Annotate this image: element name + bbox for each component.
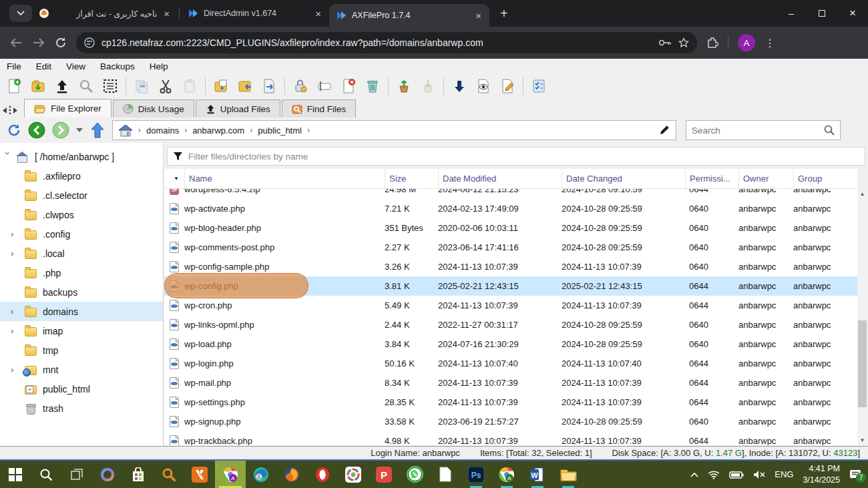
- tree-item[interactable]: › .clwpos: [0, 205, 163, 224]
- scroll-down-icon[interactable]: ▼: [857, 435, 867, 445]
- scroll-up-icon[interactable]: ▲: [857, 189, 867, 199]
- select-all-icon[interactable]: [100, 76, 120, 96]
- tree-item[interactable]: › .cl.selector: [0, 186, 163, 205]
- copilot-icon[interactable]: [92, 461, 123, 488]
- photos-icon[interactable]: [338, 461, 369, 488]
- browser-tab-axfilepro[interactable]: AXFilePro 1.7.4 ×: [329, 4, 489, 27]
- column-permissions[interactable]: Permissi...: [685, 169, 738, 188]
- tree-item[interactable]: › tmp: [0, 340, 163, 360]
- file-row[interactable]: wordpress-6.5.4.zip 24.98 M 2024-06-12 2…: [164, 189, 857, 199]
- file-row[interactable]: wp-links-opml.php 2.44 K 2022-11-27 00:3…: [164, 315, 857, 334]
- file-row[interactable]: wp-load.php 3.84 K 2024-07-16 21:30:29 2…: [164, 334, 857, 354]
- tab-find-files[interactable]: Find Files: [282, 99, 357, 117]
- tree-item[interactable]: › [ /home/anbarwpc ]: [0, 147, 163, 166]
- column-date-modified[interactable]: Date Modified: [438, 169, 562, 188]
- store-icon[interactable]: [123, 461, 154, 488]
- cut-icon[interactable]: [156, 76, 176, 96]
- minimize-button[interactable]: –: [776, 8, 807, 19]
- browser-tab-netafraz[interactable]: ناحیه کاربری - نت افراز ×: [32, 2, 178, 25]
- tab-file-explorer[interactable]: File Explorer: [24, 99, 112, 117]
- file-row[interactable]: wp-blog-header.php 351 Bytes 2020-02-06 …: [164, 218, 857, 238]
- back-icon[interactable]: [9, 37, 23, 48]
- file-row[interactable]: wp-cron.php 5.49 K 2024-11-13 10:07:39 2…: [164, 296, 857, 315]
- new-tab-button[interactable]: +: [500, 6, 508, 21]
- file-name[interactable]: wp-trackback.php: [184, 436, 385, 445]
- file-name[interactable]: wp-comments-post.php: [184, 242, 385, 252]
- file-row[interactable]: wp-mail.php 8.34 K 2024-11-13 10:07:39 2…: [164, 373, 857, 393]
- compress-icon[interactable]: [418, 76, 438, 96]
- move-file-icon[interactable]: [259, 76, 279, 96]
- crumb-domain-name[interactable]: anbarwp.com: [192, 126, 244, 136]
- tab-close-icon[interactable]: ×: [162, 8, 171, 19]
- extract-icon[interactable]: [394, 76, 414, 96]
- edit-path-icon[interactable]: [658, 124, 670, 136]
- tab-scroller[interactable]: [3, 105, 17, 115]
- word-icon[interactable]: W: [522, 461, 553, 488]
- preview-icon[interactable]: [473, 76, 493, 96]
- start-button[interactable]: [0, 461, 31, 488]
- tab-search-button[interactable]: [9, 5, 32, 22]
- tree-item[interactable]: › mnt: [0, 360, 163, 379]
- url-bar[interactable]: cp126.netafraz.com:2223/CMD_PLUGINS/axfi…: [76, 32, 697, 53]
- expand-chevron-icon[interactable]: ›: [3, 152, 13, 162]
- file-name[interactable]: wp-settings.php: [184, 397, 385, 407]
- language-indicator[interactable]: ENG: [775, 469, 793, 479]
- tree-item[interactable]: › imap: [0, 321, 163, 340]
- notepad-icon[interactable]: [430, 461, 461, 488]
- whatsapp-icon[interactable]: [399, 461, 430, 488]
- taskbar-clock[interactable]: 4:41 PM 3/14/2025: [803, 463, 840, 486]
- maximize-button[interactable]: [807, 8, 837, 19]
- tab-upload-files[interactable]: Upload Files: [196, 99, 280, 117]
- copy-to-folder-icon[interactable]: [211, 76, 231, 96]
- rename-icon[interactable]: [314, 76, 335, 96]
- upload-icon[interactable]: [52, 76, 72, 96]
- tree-item[interactable]: › .axfilepro: [0, 166, 163, 186]
- forward-icon[interactable]: [32, 37, 45, 48]
- file-name[interactable]: wp-load.php: [184, 339, 385, 349]
- tree-item[interactable]: › domains: [0, 302, 163, 321]
- tree-item[interactable]: › .local: [0, 244, 163, 263]
- tree-item[interactable]: › public_html: [0, 379, 163, 399]
- edit-icon[interactable]: [497, 76, 517, 96]
- search-input[interactable]: Search: [686, 120, 841, 140]
- expand-chevron-icon[interactable]: ›: [11, 326, 20, 336]
- delete-icon[interactable]: [339, 76, 359, 96]
- permissions-icon[interactable]: [290, 76, 310, 96]
- file-row[interactable]: wp-trackback.php 4.98 K 2024-11-13 10:07…: [164, 431, 857, 445]
- column-size[interactable]: Size: [385, 169, 438, 188]
- password-key-icon[interactable]: [658, 39, 672, 47]
- task-view-icon[interactable]: [61, 461, 92, 488]
- expand-chevron-icon[interactable]: ›: [11, 229, 20, 239]
- taskbar-search-icon[interactable]: [31, 461, 61, 488]
- new-file-icon[interactable]: [4, 76, 24, 96]
- fetch-file-icon[interactable]: [28, 76, 48, 96]
- copy-icon[interactable]: [132, 76, 152, 96]
- firefox-icon[interactable]: [276, 461, 307, 488]
- web-search-icon[interactable]: [154, 461, 184, 488]
- expand-chevron-icon[interactable]: ›: [11, 248, 20, 258]
- file-name[interactable]: wp-links-opml.php: [184, 320, 385, 330]
- expand-chevron-icon[interactable]: ›: [11, 364, 20, 375]
- search-icon[interactable]: [76, 76, 96, 96]
- profile-avatar[interactable]: A: [738, 34, 755, 51]
- tree-item[interactable]: › .php: [0, 263, 163, 282]
- breadcrumb[interactable]: › domains › anbarwp.com › public_html ›: [112, 120, 676, 140]
- file-name[interactable]: wp-signup.php: [184, 417, 385, 427]
- file-row[interactable]: wp-signup.php 33.58 K 2023-06-19 21:57:2…: [164, 412, 857, 431]
- nav-forward-icon[interactable]: [52, 121, 69, 139]
- vertical-scrollbar[interactable]: ▲ ▼: [857, 189, 867, 445]
- file-name[interactable]: wp-blog-header.php: [184, 223, 385, 233]
- volume-muted-icon[interactable]: [753, 470, 765, 479]
- chrome-profile-icon[interactable]: A: [215, 461, 246, 488]
- tab-close-icon[interactable]: ×: [474, 10, 483, 21]
- file-row[interactable]: wp-activate.php 7.21 K 2024-02-13 17:49:…: [164, 199, 857, 218]
- column-group[interactable]: Group: [793, 169, 853, 188]
- column-date-changed[interactable]: Date Changed: [562, 169, 685, 188]
- tree-item[interactable]: › trash: [0, 399, 163, 418]
- photoshop-icon[interactable]: Ps: [461, 461, 491, 488]
- file-name[interactable]: wp-mail.php: [184, 378, 385, 388]
- refresh-icon[interactable]: [7, 123, 21, 138]
- browser-menu-icon[interactable]: ⋮: [765, 37, 775, 49]
- file-name[interactable]: wp-config-sample.php: [184, 262, 385, 272]
- menu-help[interactable]: Help: [150, 61, 168, 71]
